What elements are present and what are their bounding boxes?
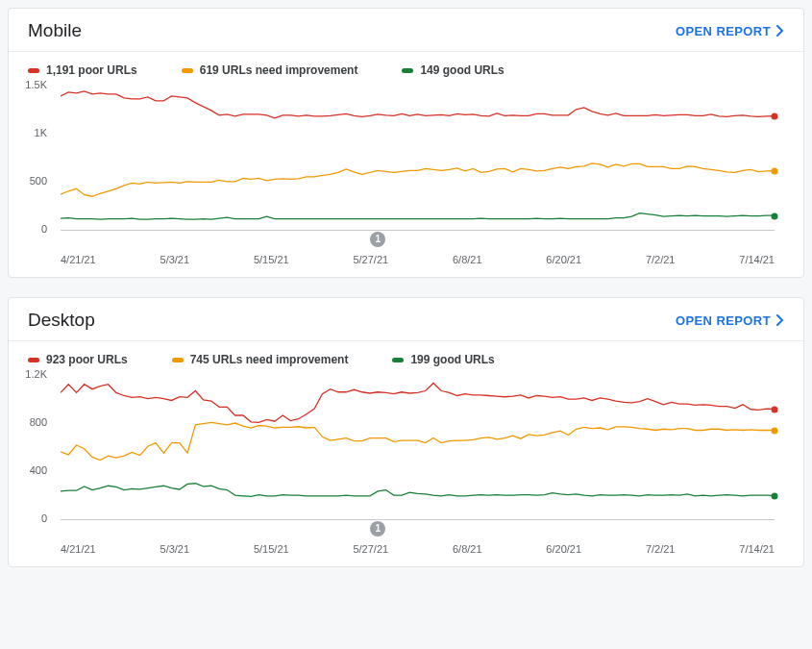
legend-need: 619 URLs need improvement (182, 63, 358, 77)
x-tick-label: 6/8/21 (453, 543, 482, 555)
end-dot-need (772, 427, 778, 434)
open-report-mobile-button[interactable]: OPEN REPORT (676, 24, 784, 38)
mobile-plot: 1 (61, 87, 775, 231)
open-report-desktop-button[interactable]: OPEN REPORT (676, 313, 784, 328)
open-report-label: OPEN REPORT (676, 313, 771, 328)
x-tick-label: 5/3/21 (160, 254, 190, 265)
desktop-title: Desktop (28, 310, 95, 331)
x-tick-label: 4/21/21 (61, 254, 96, 265)
desktop-card-header: Desktop OPEN REPORT (9, 298, 803, 340)
end-dot-need (772, 168, 778, 175)
legend-chip-need (172, 358, 184, 362)
end-dot-good (772, 493, 778, 500)
open-report-label: OPEN REPORT (676, 24, 771, 38)
end-dot-good (772, 213, 778, 220)
desktop-plot: 1 (61, 376, 775, 520)
chevron-right-icon (776, 25, 784, 37)
y-tick-label: 500 (9, 175, 47, 187)
desktop-card: Desktop OPEN REPORT 923 poor URLs 745 UR… (8, 297, 804, 567)
x-tick-label: 7/2/21 (646, 543, 676, 555)
mobile-legend: 1,191 poor URLs 619 URLs need improvemen… (9, 51, 803, 85)
legend-good: 149 good URLs (402, 63, 504, 77)
x-tick-label: 5/15/21 (254, 254, 289, 265)
legend-good: 199 good URLs (392, 353, 494, 366)
line-poor (61, 91, 775, 118)
x-tick-label: 5/3/21 (160, 543, 190, 555)
legend-need: 745 URLs need improvement (172, 353, 349, 366)
legend-chip-need (182, 68, 193, 73)
line-good (61, 213, 775, 219)
end-dot-poor (772, 406, 778, 412)
legend-chip-poor (28, 358, 39, 362)
legend-good-label: 199 good URLs (410, 353, 494, 366)
mobile-annotation-marker: 1 (370, 232, 385, 247)
legend-poor-label: 923 poor URLs (46, 353, 128, 366)
line-good (61, 484, 775, 497)
line-poor (61, 383, 775, 422)
x-tick-label: 5/15/21 (254, 543, 289, 555)
mobile-chart: 05001K1.5K 1 (9, 85, 803, 237)
legend-poor-label: 1,191 poor URLs (46, 63, 137, 77)
desktop-chart: 04008001.2K 1 (9, 374, 803, 526)
y-tick-label: 0 (9, 223, 47, 235)
x-tick-label: 7/2/21 (646, 254, 676, 265)
mobile-yaxis: 05001K1.5K (9, 85, 57, 229)
x-tick-label: 7/14/21 (739, 254, 775, 265)
x-tick-label: 5/27/21 (353, 543, 388, 555)
legend-chip-good (392, 358, 404, 362)
y-tick-label: 800 (9, 416, 47, 428)
mobile-card-header: Mobile OPEN REPORT (9, 9, 803, 51)
x-tick-label: 5/27/21 (353, 254, 388, 265)
x-tick-label: 6/20/21 (546, 543, 581, 555)
mobile-card: Mobile OPEN REPORT 1,191 poor URLs 619 U… (8, 8, 804, 278)
legend-chip-good (402, 68, 413, 73)
legend-good-label: 149 good URLs (420, 63, 504, 77)
desktop-legend: 923 poor URLs 745 URLs need improvement … (9, 340, 803, 374)
chevron-right-icon (776, 314, 784, 326)
y-tick-label: 1K (9, 127, 47, 138)
desktop-annotation-marker: 1 (370, 521, 385, 537)
y-tick-label: 1.5K (9, 79, 47, 90)
x-tick-label: 4/21/21 (61, 543, 96, 555)
legend-poor: 923 poor URLs (28, 353, 128, 366)
legend-need-label: 745 URLs need improvement (190, 353, 349, 366)
x-tick-label: 6/20/21 (546, 254, 581, 265)
y-tick-label: 0 (9, 512, 47, 524)
legend-poor: 1,191 poor URLs (28, 63, 137, 77)
end-dot-poor (772, 112, 778, 119)
annotation-badge-icon: 1 (370, 232, 385, 247)
y-tick-label: 400 (9, 464, 47, 476)
line-need (61, 163, 775, 196)
mobile-title: Mobile (28, 20, 82, 41)
x-tick-label: 6/8/21 (453, 254, 482, 265)
legend-need-label: 619 URLs need improvement (200, 63, 358, 77)
y-tick-label: 1.2K (9, 368, 47, 380)
line-need (61, 422, 775, 460)
x-tick-label: 7/14/21 (739, 543, 775, 555)
annotation-badge-icon: 1 (370, 521, 385, 537)
desktop-yaxis: 04008001.2K (9, 374, 57, 518)
legend-chip-poor (28, 68, 39, 73)
mobile-xaxis: 4/21/215/3/215/15/215/27/216/8/216/20/21… (9, 237, 803, 277)
desktop-xaxis: 4/21/215/3/215/15/215/27/216/8/216/20/21… (9, 526, 803, 566)
